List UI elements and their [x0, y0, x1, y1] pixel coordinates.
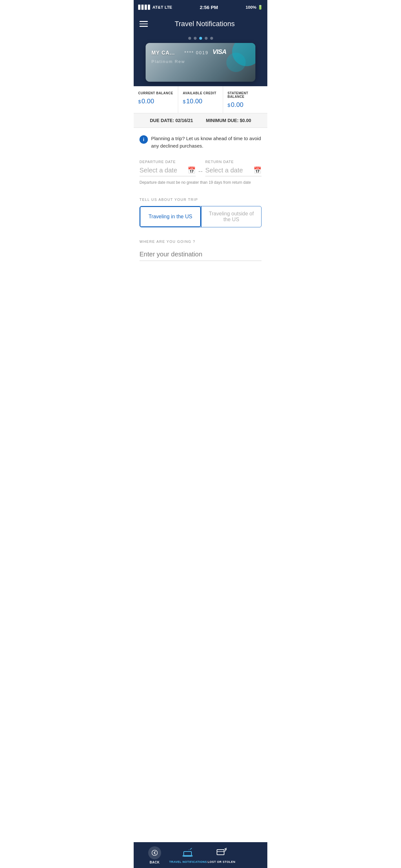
page-title: Travel Notifications: [148, 20, 261, 28]
trip-outside-button[interactable]: Traveling outside of the US: [202, 206, 261, 227]
due-date: DUE DATE: 02/16/21: [150, 118, 193, 123]
status-time: 2:56 PM: [200, 4, 218, 10]
current-balance: CURRENT BALANCE $0.00: [134, 86, 178, 113]
return-date-placeholder: Select a date: [205, 166, 251, 174]
carrier-label: AT&T: [152, 5, 163, 10]
card-wrapper: MY CA... **** 0019 VISA Platinum Rew: [134, 43, 267, 82]
available-credit-label: AVAILABLE CREDIT: [183, 91, 219, 95]
card-number: **** 0019: [184, 50, 209, 55]
departure-date-placeholder: Select a date: [140, 166, 185, 174]
carousel-dot-3[interactable]: [199, 37, 202, 40]
card-name: MY CA...: [151, 50, 175, 56]
return-date-input[interactable]: Select a date 📅: [205, 166, 261, 176]
menu-button[interactable]: [140, 21, 148, 27]
statement-balance: STATEMENT BALANCE $0.00: [223, 86, 267, 113]
minimum-due: MINIMUM DUE: $0.00: [206, 118, 251, 123]
departure-calendar-icon[interactable]: 📅: [188, 166, 196, 174]
info-text: Planning a trip? Let us know ahead of ti…: [151, 135, 261, 150]
credit-card[interactable]: MY CA... **** 0019 VISA Platinum Rew: [146, 43, 255, 82]
signal-icon: ▋▋▋▋: [138, 5, 151, 10]
info-banner: i Planning a trip? Let us know ahead of …: [134, 128, 267, 153]
return-date-label: RETURN DATE: [205, 160, 261, 164]
departure-date-label: DEPARTURE DATE: [140, 160, 196, 164]
carousel-dot-5[interactable]: [210, 37, 213, 40]
network-label: LTE: [165, 5, 173, 10]
carousel-dots: [134, 37, 267, 40]
trip-type-section: TELL US ABOUT YOUR TRIP Traveling in the…: [134, 189, 267, 230]
battery-label: 100%: [246, 5, 256, 10]
carousel-dot-1[interactable]: [188, 37, 191, 40]
return-date-field: RETURN DATE Select a date 📅: [205, 160, 261, 176]
carrier-info: ▋▋▋▋ AT&T LTE: [138, 5, 172, 10]
destination-section: WHERE ARE YOU GOING ?: [134, 230, 267, 271]
card-carousel-section: MY CA... **** 0019 VISA Platinum Rew: [134, 34, 267, 86]
statement-balance-label: STATEMENT BALANCE: [227, 91, 264, 98]
destination-input[interactable]: [140, 248, 261, 261]
battery-info: 100% 🔋: [246, 5, 263, 10]
date-form: DEPARTURE DATE Select a date 📅 -- RETURN…: [134, 153, 267, 189]
return-calendar-icon[interactable]: 📅: [253, 166, 261, 174]
available-credit: AVAILABLE CREDIT $10.00: [178, 86, 223, 113]
balance-bar: CURRENT BALANCE $0.00 AVAILABLE CREDIT $…: [134, 86, 267, 113]
available-credit-value: $10.00: [183, 97, 219, 105]
date-hint: Departure date must be no greater than 1…: [140, 180, 261, 185]
battery-icon: 🔋: [258, 5, 263, 10]
card-subtitle: Platinum Rew: [151, 59, 185, 64]
trip-type-label: TELL US ABOUT YOUR TRIP: [140, 197, 261, 202]
current-balance-label: CURRENT BALANCE: [138, 91, 174, 95]
info-icon: i: [140, 135, 148, 144]
trip-us-button[interactable]: Traveling in the US: [140, 206, 201, 227]
due-date-bar: DUE DATE: 02/16/21 MINIMUM DUE: $0.00: [134, 113, 267, 128]
status-bar: ▋▋▋▋ AT&T LTE 2:56 PM 100% 🔋: [134, 0, 267, 14]
departure-date-input[interactable]: Select a date 📅: [140, 166, 196, 176]
destination-label: WHERE ARE YOU GOING ?: [140, 240, 261, 244]
date-row: DEPARTURE DATE Select a date 📅 -- RETURN…: [140, 160, 261, 176]
statement-balance-value: $0.00: [227, 101, 264, 108]
date-separator: --: [196, 167, 205, 175]
current-balance-value: $0.00: [138, 97, 174, 105]
card-brand: VISA: [212, 48, 226, 56]
carousel-dot-2[interactable]: [194, 37, 197, 40]
trip-toggle: Traveling in the US Traveling outside of…: [140, 206, 261, 227]
departure-date-field: DEPARTURE DATE Select a date 📅: [140, 160, 196, 176]
carousel-dot-4[interactable]: [205, 37, 208, 40]
header: Travel Notifications: [134, 14, 267, 34]
